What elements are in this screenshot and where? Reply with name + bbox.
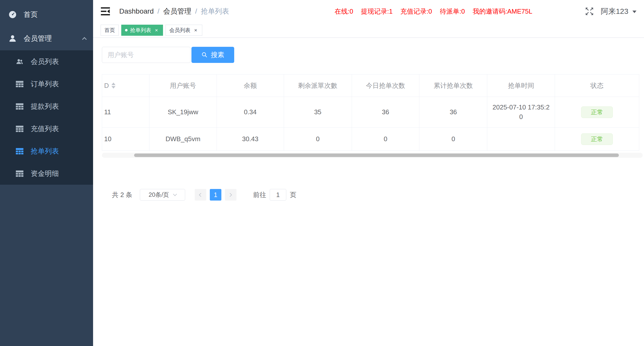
cell-id: 10 [102, 128, 149, 150]
column-header-balance: 余额 [217, 74, 284, 97]
tab-member-list[interactable]: 会员列表 [166, 25, 202, 36]
column-header-grab-time: 抢单时间 [487, 74, 555, 97]
column-header-account: 用户账号 [149, 74, 217, 97]
column-header-today-grabs: 今日抢单次数 [352, 74, 420, 97]
column-header-total-grabs: 累计抢单次数 [419, 74, 487, 97]
table-body: 11 SK_19jww 0.34 35 36 36 2025-07-10 17:… [102, 97, 639, 150]
cell-total-grabs: 36 [419, 97, 487, 128]
table-header: D 用户账号 余额 剩余派單次數 今日抢单次数 累计抢单次数 抢单时间 状态 [102, 74, 639, 97]
goto-label: 前往 [253, 190, 266, 199]
next-page-button[interactable] [225, 189, 236, 201]
cell-remaining: 35 [284, 97, 352, 128]
page-size-value: 20条/页 [149, 191, 169, 199]
breadcrumb-member-management[interactable]: 会员管理 [163, 7, 191, 16]
search-button[interactable]: 搜素 [191, 47, 234, 63]
stat-recharge-records: 充值记录:0 [400, 7, 432, 16]
sidebar-item-label: 会员列表 [31, 57, 59, 66]
close-icon[interactable] [154, 27, 159, 33]
main-area: Dashboard / 会员管理 / 抢单列表 在线:0 提现记录:1 充值记录… [93, 0, 644, 346]
scrollbar-thumb[interactable] [134, 153, 619, 157]
cell-grab-time [487, 128, 555, 150]
cell-status: 正常 [555, 128, 639, 150]
top-navbar: Dashboard / 会员管理 / 抢单列表 在线:0 提现记录:1 充值记录… [93, 0, 644, 23]
tab-grab-order-list[interactable]: 抢单列表 [121, 25, 163, 36]
user-menu[interactable]: 阿来123 [601, 6, 636, 17]
dashboard-icon [8, 10, 17, 19]
stat-invite-code: 我的邀请码:AME75L [473, 7, 532, 16]
breadcrumb-separator: / [157, 7, 159, 15]
breadcrumb-dashboard[interactable]: Dashboard [119, 7, 154, 15]
hamburger-icon[interactable] [101, 7, 111, 16]
breadcrumb-separator: / [195, 7, 197, 15]
page-content: 搜素 D 用户账号 余额 剩余派 [93, 38, 644, 346]
tab-label: 首页 [104, 27, 115, 34]
prev-page-button[interactable] [195, 189, 206, 201]
cell-grab-time: 2025-07-10 17:35:20 [487, 97, 555, 128]
pagination-total: 共 2 条 [112, 190, 132, 199]
sidebar-item-label: 资金明细 [31, 169, 59, 178]
sidebar-item-withdraw-list[interactable]: 提款列表 [0, 95, 93, 118]
sort-asc-icon[interactable] [111, 83, 115, 85]
cell-balance: 30.43 [217, 128, 284, 150]
sidebar-item-funds-detail[interactable]: 资金明细 [0, 162, 93, 185]
cell-id: 11 [102, 97, 149, 128]
cell-account: DWB_q5vm [149, 128, 217, 150]
sidebar-item-home[interactable]: 首页 [0, 3, 93, 26]
sidebar-item-grab-order-list[interactable]: 抢单列表 [0, 140, 93, 162]
pagination: 共 2 条 20条/页 1 前往 页 [102, 189, 644, 201]
chevron-left-icon [199, 193, 203, 197]
search-input[interactable] [102, 47, 190, 63]
stat-withdraw-records: 提现记录:1 [361, 7, 393, 16]
tab-label: 会员列表 [169, 27, 190, 34]
tab-home[interactable]: 首页 [101, 25, 119, 36]
cell-today-grabs: 36 [352, 97, 420, 128]
page-number-button[interactable]: 1 [210, 189, 221, 201]
sidebar: 首页 会员管理 会员列表 [0, 0, 93, 346]
fullscreen-icon[interactable] [585, 7, 594, 16]
horizontal-scrollbar[interactable] [102, 153, 643, 158]
sidebar-item-label: 首页 [24, 10, 38, 19]
table-icon [16, 170, 24, 177]
search-button-label: 搜素 [211, 50, 224, 59]
cell-status: 正常 [555, 97, 639, 128]
table-icon [16, 125, 24, 133]
table-icon [16, 103, 24, 110]
chevron-up-icon [82, 37, 87, 42]
sort-desc-icon[interactable] [111, 86, 115, 89]
app-root: 首页 会员管理 会员列表 [0, 0, 644, 346]
caret-down-icon [632, 11, 636, 15]
goto-page-input[interactable] [270, 189, 286, 201]
sidebar-item-label: 抢单列表 [31, 146, 59, 156]
cell-account: SK_19jww [149, 97, 217, 128]
chevron-down-icon [173, 192, 177, 196]
breadcrumb: Dashboard / 会员管理 / 抢单列表 [119, 7, 229, 16]
sidebar-item-member-management[interactable]: 会员管理 [0, 26, 93, 50]
column-header-status: 状态 [555, 74, 639, 97]
username: 阿来123 [601, 6, 628, 17]
sidebar-item-order-list[interactable]: 订单列表 [0, 73, 93, 95]
sidebar-item-label: 充值列表 [31, 124, 59, 134]
users-icon [16, 58, 24, 65]
stat-pending-dispatch: 待派单:0 [440, 7, 465, 16]
stat-online: 在线:0 [335, 7, 353, 16]
sidebar-submenu: 会员列表 订单列表 提款列表 [0, 50, 93, 185]
sidebar-item-member-list[interactable]: 会员列表 [0, 50, 93, 73]
table-icon [16, 80, 24, 88]
sidebar-item-label: 订单列表 [31, 79, 59, 89]
user-icon [8, 34, 17, 43]
sort-icon[interactable] [111, 83, 115, 89]
sidebar-item-recharge-list[interactable]: 充值列表 [0, 118, 93, 140]
cell-balance: 0.34 [217, 97, 284, 128]
close-icon[interactable] [193, 27, 198, 33]
page-size-select[interactable]: 20条/页 [140, 189, 185, 201]
table-row: 11 SK_19jww 0.34 35 36 36 2025-07-10 17:… [102, 97, 639, 128]
sidebar-item-label: 会员管理 [24, 34, 52, 43]
status-badge: 正常 [581, 133, 613, 145]
table-icon [16, 147, 24, 155]
page-unit-label: 页 [290, 190, 296, 199]
cell-remaining: 0 [284, 128, 352, 150]
navbar-stats: 在线:0 提现记录:1 充值记录:0 待派单:0 我的邀请码:AME75L [335, 7, 532, 16]
search-row: 搜素 [102, 47, 644, 63]
data-table: D 用户账号 余额 剩余派單次數 今日抢单次数 累计抢单次数 抢单时间 状态 [102, 74, 639, 151]
column-header-id[interactable]: D [102, 74, 149, 97]
